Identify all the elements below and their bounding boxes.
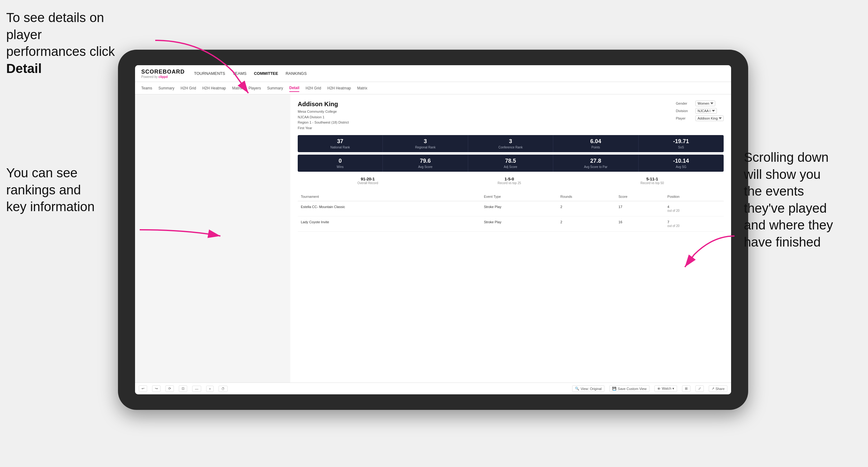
save-custom-view-button[interactable]: 💾 Save Custom View (610, 385, 649, 392)
layout-button[interactable]: ⊞ (682, 385, 690, 392)
gender-filter-row: Gender Women (676, 101, 724, 106)
bottom-toolbar: ↩ ↪ ⟳ ⊡ — + ⏱ 🔍 View: Original 💾 Save Cu… (135, 382, 731, 394)
share-label: Share (716, 387, 724, 391)
stat-adj-score: 78.5 Adj Score (468, 155, 553, 172)
col-tournament: Tournament (298, 192, 461, 201)
player-select[interactable]: Addison King (695, 116, 724, 121)
gender-select[interactable]: Women (695, 101, 715, 106)
watch-button[interactable]: 👁 Watch ▾ (654, 385, 677, 392)
stat-national-rank: 37 National Rank (298, 135, 383, 152)
player-filters: Gender Women Division NJCAA I (676, 101, 724, 121)
stat-adj-score-label: Adj Score (471, 165, 550, 168)
top50-record: 5-11-1 Record vs top 50 (641, 177, 664, 185)
player-region: Region 1 - Southwest (18) District (298, 120, 349, 125)
tab-teams[interactable]: Teams (141, 85, 152, 92)
player-division: NJCAA Division 1 (298, 115, 349, 120)
expand-button[interactable]: ⤢ (695, 385, 704, 392)
stat-avg-sg-label: Avg SG (641, 165, 721, 168)
row2-tournament: Lady Coyote Invite (298, 216, 461, 231)
share-button[interactable]: ↗ Share (709, 385, 727, 392)
stats-grid-row1: 37 National Rank 3 Regional Rank 3 Confe… (298, 135, 724, 152)
stat-avg-score-label: Avg Score (385, 165, 465, 168)
division-filter-row: Division NJCAA I (676, 108, 724, 114)
events-table: Tournament Event Type Rounds Score Posit… (298, 192, 724, 231)
tab-summary1[interactable]: Summary (158, 85, 174, 92)
tab-h2h-heatmap2[interactable]: H2H Heatmap (327, 85, 351, 92)
row1-position-value: 4 (668, 205, 669, 209)
overall-record: 91-20-1 Overall Record (357, 177, 378, 185)
division-select[interactable]: NJCAA I (695, 108, 717, 114)
tab-detail[interactable]: Detail (289, 85, 300, 92)
top50-record-value: 5-11-1 (641, 177, 664, 181)
tab-h2h-heatmap1[interactable]: H2H Heatmap (203, 85, 226, 92)
player-filter-row: Player Addison King (676, 116, 724, 121)
table-row: Estella CC- Mountain Classic Stroke Play… (298, 201, 724, 216)
view-label: View: Original (581, 387, 602, 391)
annotation-top-left: To see details on player performances cl… (6, 9, 124, 77)
tab-h2h-grid2[interactable]: H2H Grid (306, 85, 321, 92)
stat-points-value: 6.04 (556, 138, 636, 145)
stat-wins-label: Wins (300, 165, 380, 168)
tab-h2h-grid1[interactable]: H2H Grid (181, 85, 196, 92)
col-empty (461, 192, 481, 201)
main-content: Addison King Mesa Community College NJCA… (135, 94, 731, 382)
save-label: Save Custom View (618, 387, 647, 391)
tab-matrix2[interactable]: Matrix (357, 85, 368, 92)
nav-teams[interactable]: TEAMS (232, 70, 247, 77)
clippd-brand: clippd (159, 75, 168, 79)
top50-record-label: Record vs top 50 (641, 181, 664, 185)
row1-score: 17 (615, 201, 664, 216)
top25-record: 1-5-0 Record vs top 25 (498, 177, 521, 185)
row1-tournament: Estella CC- Mountain Classic (298, 201, 461, 216)
nav-tournaments[interactable]: TOURNAMENTS (194, 70, 225, 77)
nav-committee[interactable]: COMMITTEE (254, 70, 278, 77)
save-icon: 💾 (612, 386, 617, 391)
stat-sos-label: SoS (641, 146, 721, 149)
stat-avg-score-par: 27.8 Avg Score to Par (553, 155, 638, 172)
row1-rounds: 2 (557, 201, 615, 216)
stat-regional-rank-value: 3 (385, 138, 465, 145)
col-event-type: Event Type (481, 192, 557, 201)
redo-button[interactable]: ↪ (152, 385, 160, 392)
minus-button[interactable]: — (192, 386, 201, 392)
stat-points-label: Points (556, 146, 636, 149)
stat-regional-rank-label: Regional Rank (385, 146, 465, 149)
timer-button[interactable]: ⏱ (219, 386, 227, 392)
col-position: Position (664, 192, 724, 201)
row2-rounds: 2 (557, 216, 615, 231)
top25-record-label: Record vs top 25 (498, 181, 521, 185)
stat-regional-rank: 3 Regional Rank (383, 135, 468, 152)
left-panel (135, 94, 290, 382)
powered-by: Powered by clippd (141, 75, 185, 79)
annotation-top-left-text: To see details on player performances cl… (6, 10, 115, 76)
undo-button[interactable]: ↩ (139, 385, 147, 392)
refresh-button[interactable]: ⟳ (165, 385, 174, 392)
nav-rankings[interactable]: RANKINGS (286, 70, 307, 77)
row2-empty (461, 216, 481, 231)
row2-position: 7 out of 20 (664, 216, 724, 231)
col-rounds: Rounds (557, 192, 615, 201)
annotation-right: Scrolling downwill show youthe eventsthe… (744, 149, 862, 251)
annotation-bottom-left: You can seerankings andkey information (6, 164, 124, 216)
watch-label: Watch ▾ (662, 386, 674, 391)
plus-button[interactable]: + (206, 386, 214, 392)
view-icon: 🔍 (575, 386, 579, 391)
tab-summary2[interactable]: Summary (267, 85, 283, 92)
tab-matrix1[interactable]: Matrix (232, 85, 243, 92)
tab-players[interactable]: Players (248, 85, 261, 92)
view-original-button[interactable]: 🔍 View: Original (572, 385, 604, 392)
stat-avg-sg: -10.14 Avg SG (639, 155, 724, 172)
right-panel: Addison King Mesa Community College NJCA… (290, 94, 731, 382)
player-label: Player (676, 117, 693, 120)
grid-button[interactable]: ⊡ (179, 385, 187, 392)
stat-avg-sg-value: -10.14 (641, 158, 721, 164)
navbar: SCOREBOARD Powered by clippd TOURNAMENTS… (135, 65, 731, 82)
top25-record-value: 1-5-0 (498, 177, 521, 181)
scoreboard-logo: SCOREBOARD Powered by clippd (141, 69, 185, 79)
annotation-right-text: Scrolling downwill show youthe eventsthe… (744, 150, 833, 249)
nav-items: TOURNAMENTS TEAMS COMMITTEE RANKINGS (194, 70, 307, 77)
row2-position-suffix: out of 20 (668, 224, 680, 227)
stat-conference-rank: 3 Conference Rank (468, 135, 553, 152)
watch-icon: 👁 (657, 387, 661, 391)
stat-national-rank-label: National Rank (300, 146, 380, 149)
